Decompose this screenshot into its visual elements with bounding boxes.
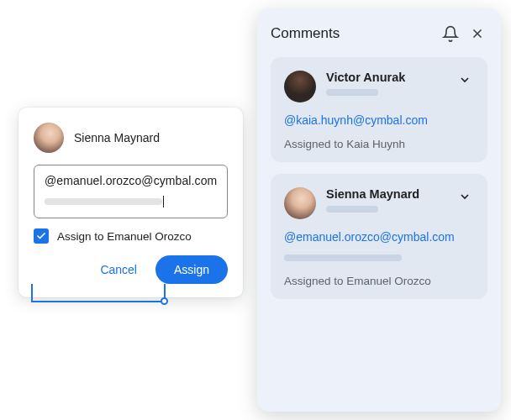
- cancel-button[interactable]: Cancel: [88, 256, 149, 283]
- assigned-to: Assigned to Emanuel Orozco: [284, 275, 474, 287]
- selection-handle-icon[interactable]: [161, 297, 168, 305]
- panel-header: Comments: [271, 24, 487, 44]
- button-row: Cancel Assign: [34, 255, 228, 284]
- placeholder-bar: [284, 255, 402, 261]
- timestamp-placeholder: [326, 206, 378, 213]
- mention-link[interactable]: @kaia.huynh@cymbal.com: [284, 113, 428, 127]
- comment-card[interactable]: Victor Anurak @kaia.huynh@cymbal.com Ass…: [271, 57, 487, 162]
- comment-card[interactable]: Sienna Maynard @emanuel.orozco@cymbal.co…: [271, 174, 487, 299]
- text-caret: [163, 196, 164, 207]
- comments-panel: Comments Victor Anurak @kaia.huynh@cymba…: [257, 8, 501, 412]
- comment-header: Sienna Maynard: [284, 187, 474, 219]
- author-name: Sienna Maynard: [74, 131, 160, 144]
- input-second-line: [45, 196, 217, 207]
- mention-text: @emanuel.orozco@cymbal.com: [45, 174, 217, 187]
- comment-header: Victor Anurak: [284, 71, 474, 102]
- author-avatar: [34, 123, 64, 153]
- assign-button[interactable]: Assign: [155, 255, 228, 284]
- chevron-down-icon[interactable]: [456, 71, 474, 89]
- commenter-name-col: Sienna Maynard: [326, 187, 445, 213]
- placeholder-bar: [45, 198, 162, 205]
- mention-line: @kaia.huynh@cymbal.com: [284, 113, 474, 128]
- comment-input[interactable]: @emanuel.orozco@cymbal.com: [34, 165, 228, 218]
- body-placeholder-row: [284, 255, 474, 261]
- assign-header: Sienna Maynard: [34, 123, 228, 153]
- checkbox-label: Assign to Emanuel Orozco: [57, 230, 192, 243]
- close-icon[interactable]: [467, 24, 487, 44]
- assigned-to: Assigned to Kaia Huynh: [284, 138, 474, 150]
- panel-title: Comments: [271, 25, 434, 42]
- chevron-down-icon[interactable]: [456, 187, 474, 206]
- commenter-name: Sienna Maynard: [326, 187, 445, 201]
- timestamp-placeholder: [326, 89, 378, 96]
- commenter-name-col: Victor Anurak: [326, 71, 445, 96]
- notifications-icon[interactable]: [440, 24, 461, 44]
- commenter-avatar: [284, 71, 316, 102]
- selection-anchor: [31, 284, 166, 302]
- mention-line: @emanuel.orozco@cymbal.com: [284, 229, 474, 244]
- assign-popup: Sienna Maynard @emanuel.orozco@cymbal.co…: [18, 108, 243, 297]
- assign-checkbox-row[interactable]: Assign to Emanuel Orozco: [34, 228, 228, 244]
- commenter-avatar: [284, 187, 316, 219]
- mention-link[interactable]: @emanuel.orozco@cymbal.com: [284, 230, 455, 244]
- checkbox-icon[interactable]: [34, 228, 49, 244]
- commenter-name: Victor Anurak: [326, 71, 445, 84]
